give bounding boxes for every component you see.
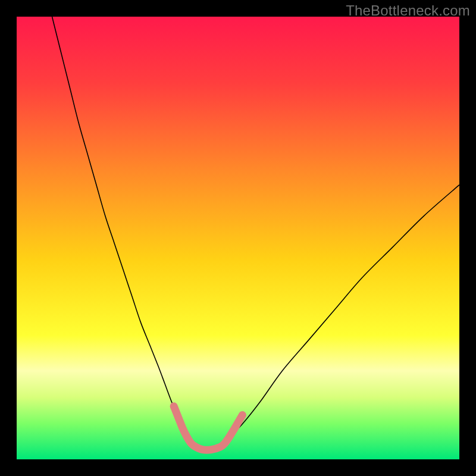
chart-svg	[17, 17, 459, 459]
chart-background	[17, 17, 459, 459]
chart-frame: TheBottleneck.com	[0, 0, 476, 476]
chart-plot-area	[17, 17, 459, 459]
